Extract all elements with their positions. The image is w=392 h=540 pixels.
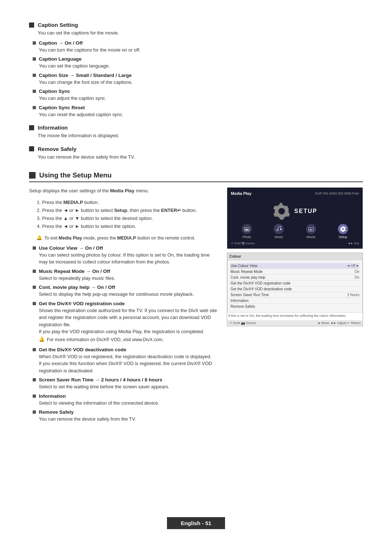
divx-deact-title: Get the DivX® VOD deactivation code [39,347,126,352]
opt-divx-deact: Get the DivX® VOD deactivation code [230,286,359,292]
cont-movie-item: Cont. movie play help → On / Off Select … [33,285,220,298]
opt-divx-deact-label: Get the DivX® VOD deactivation code [230,287,292,291]
remove-safely-desc: You can remove the device safely from th… [38,154,363,161]
mp-bottom-right: ◄► Exit [348,242,359,245]
opt-divx-reg: Get the DivX® VOD registration code [230,281,359,286]
bullet-caption-size [33,74,36,77]
opt-music-label: Music Repeat Mode [230,270,263,274]
bullet-remove-safely-bottom [33,410,36,414]
caption-sync-title: Caption Sync [39,89,70,94]
setup-step-4: Press the ◄ or ► button to select the op… [42,222,220,230]
music-repeat-desc: Select to repeatedly play music files. [39,275,220,282]
setup-gear-area: SETUP [231,199,359,224]
opt-music-val: On [355,270,359,274]
opt-cont-val: On [355,275,359,279]
cont-movie-desc: Select to display the help pop-up messag… [39,291,220,298]
bullet-cont-movie [33,286,36,289]
opt-music-repeat: Music Repeat Mode On [230,269,359,275]
remove-safely-bottom-desc: You can remove the device safely from th… [39,416,220,423]
opt-cont-label: Cont. movie play help [230,275,265,279]
opt-colour-label: Use Colour View [230,264,257,268]
info-title: Information [39,393,66,399]
opt-cont-movie: Cont. movie play help On [230,275,359,281]
information-title: Information [38,124,68,131]
opt-divx-reg-label: Get the DivX® VOD registration code [230,281,290,285]
screen-saver-desc: Select to set the waiting time before th… [39,383,220,390]
setup-box-bottom: ⏎ SUM 📷 Device ◄ Move ◄► Adjust ↩ Return [227,320,363,326]
mp-title: Media Play [231,191,252,196]
bullet-caption-sync [33,90,36,93]
caption-sync-reset-item: Caption Sync Reset You can reset the adj… [33,105,363,118]
caption-sync-reset-desc: You can reset the adjusted caption sync. [39,111,363,118]
setup-gear-icon [273,202,291,220]
opt-screen-saver-val: 2 hours [347,293,359,297]
remove-safely-bottom-item: Remove Safely You can remove the device … [33,409,220,423]
bullet-music-repeat [33,270,36,273]
setup-label: SETUP [294,208,317,214]
caption-sync-reset-title: Caption Sync Reset [39,105,85,110]
divx-vod-deact-item: Get the DivX® VOD deactivation code When… [33,347,220,375]
caption-on-off-item: Caption → On / Off You can turn the capt… [33,40,363,54]
mp-bottom-left: ⏎ SUM 📷 Device [231,242,255,245]
caption-setting-desc: You can set the captions for the movie. [38,29,363,37]
media-play-mockup: Media Play SUR 001 (640) 505 0065 Free S… [227,187,363,249]
using-setup-section: Using the Setup Menu Setup displays the … [29,171,363,426]
bullet-colour-view [33,246,36,250]
opt-colour-arrow: ◄ Off ► [347,264,359,268]
caption-setting-section: Caption Setting You can set the captions… [29,22,363,118]
setup-box-bottom-right: ◄ Move ◄► Adjust ↩ Return [317,321,361,325]
page-number: English - 51 [181,520,211,526]
information-desc: The movie file information is displayed. [38,132,363,139]
bullet-divx-reg [33,302,36,305]
page-number-bar: English - 51 [167,517,225,529]
caption-sync-desc: You can adjust the caption sync. [39,95,363,102]
colour-view-desc: You can select sorting photos by colour.… [39,251,220,266]
setup-left-column: Setup displays the user settings of the … [29,187,220,426]
mp-setup: Setup [338,224,348,239]
divx-note-icon: 🔔 [39,336,45,342]
opt-screen-saver-label: Screen Saver Run Time [230,293,269,297]
info-desc: Select to viewing the information of the… [39,400,220,407]
setup-box-bottom-left: ⏎ SUM 📷 Device [229,321,256,325]
caption-language-item: Caption Language You can set the caption… [33,56,363,70]
caption-setting-bullet [29,22,34,28]
mp-movie: Movie [306,224,316,239]
caption-size-item: Caption Size → Small / Standard / Large … [33,73,363,86]
note-text: To exit Media Play mode, press the MEDIA… [44,235,195,242]
information-bullet [29,125,34,130]
photo-label: Photo [242,235,251,239]
setup-step-1: Press the MEDIA.P button. [42,199,220,206]
caption-sync-item: Caption Sync You can adjust the caption … [33,89,363,102]
divx-vod-reg-item: Get the DivX® VOD registration code Show… [33,301,220,343]
setup-note: 🔔 To exit Media Play mode, press the MED… [36,235,220,242]
music-icon-circle [274,224,284,234]
caption-size-title: Caption Size → Small / Standard / Large [39,73,132,78]
caption-setting-title: Caption Setting [38,22,78,28]
caption-on-off-title: Caption → On / Off [39,40,83,46]
information-section: Information The movie file information i… [29,124,363,139]
opt-info-label: Information [230,299,249,303]
opt-info: Information [230,298,359,304]
setup-right-column: Media Play SUR 001 (640) 505 0065 Free S… [227,187,363,426]
bullet-screen-saver [33,378,36,381]
note-icon: 🔔 [36,235,42,240]
page: Caption Setting You can set the captions… [0,0,392,462]
remove-safely-bottom-title: Remove Safely [39,409,74,415]
mp-info: SUR 001 (640) 505 0065 Free [315,192,359,195]
divx-reg-title: Get the DivX® VOD registration code [39,301,125,306]
bullet-caption-on-off [33,41,36,45]
screen-saver-item: Screen Saver Run Time → 2 hours / 4 hour… [33,377,220,390]
setup-section-bullet [29,172,36,179]
mp-music: Music [274,224,284,239]
bullet-info [33,394,36,398]
music-label: Music [275,235,283,239]
colour-view-title: Use Colour View → On / Off [39,245,103,251]
bullet-divx-deact [33,348,36,351]
setup-step-2: Press the ◄ or ► button to select Setup,… [42,206,220,214]
bullet-caption-sync-reset [33,106,36,109]
mp-bottom-bar: ⏎ SUM 📷 Device ◄► Exit [231,242,359,245]
caption-size-desc: You can change the font size of the capt… [39,79,363,86]
mp-icons-row: Photo Music Movie [231,224,359,239]
music-repeat-title: Music Repeat Mode → On / Off [39,269,110,274]
opt-use-colour: Use Colour View ◄ Off ► [230,263,359,269]
